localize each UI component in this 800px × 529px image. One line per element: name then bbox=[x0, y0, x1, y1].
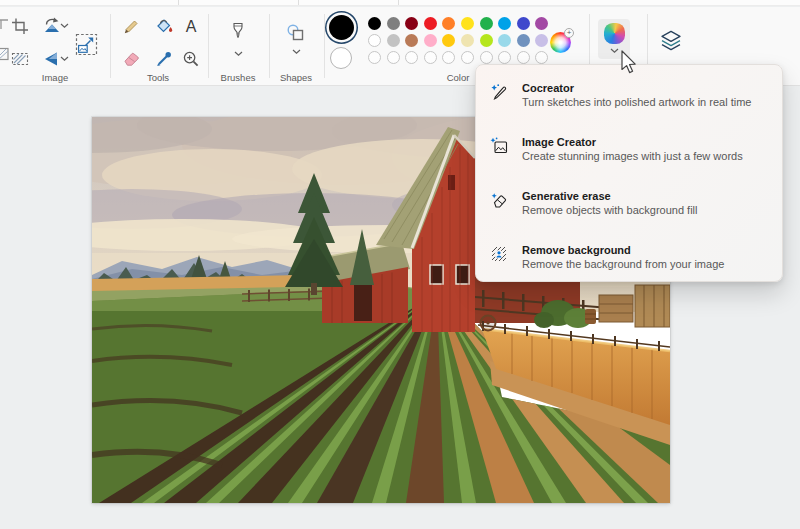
palette-empty-slot[interactable] bbox=[480, 51, 493, 64]
palette-color-swatch[interactable] bbox=[517, 34, 530, 47]
window-top-strip bbox=[0, 0, 800, 6]
color2-swatch[interactable] bbox=[330, 47, 352, 69]
tab-edge bbox=[298, 0, 299, 5]
menu-item-title: Image Creator bbox=[522, 135, 743, 149]
remove-background-icon bbox=[490, 245, 509, 264]
image-group-label: Image bbox=[15, 72, 95, 84]
separator bbox=[324, 14, 325, 78]
resize-button[interactable] bbox=[73, 31, 100, 58]
palette-empty-slot[interactable] bbox=[368, 51, 381, 64]
palette-color-swatch[interactable] bbox=[405, 34, 418, 47]
palette-color-swatch[interactable] bbox=[405, 17, 418, 30]
fill-button[interactable] bbox=[152, 14, 176, 38]
palette-empty-slot[interactable] bbox=[535, 51, 548, 64]
chevron-down-icon bbox=[610, 48, 619, 54]
menu-item-title: Cocreator bbox=[522, 81, 751, 95]
menu-item-description: Remove the background from your image bbox=[522, 257, 724, 271]
paint-window: Image A bbox=[0, 0, 800, 529]
layers-icon bbox=[659, 28, 683, 52]
chevron-down-icon bbox=[234, 51, 243, 57]
pencil-button[interactable] bbox=[120, 14, 144, 38]
palette-empty-slot[interactable] bbox=[461, 51, 474, 64]
separator bbox=[269, 14, 270, 78]
color-picker-button[interactable] bbox=[152, 47, 176, 71]
tab-edge bbox=[178, 0, 179, 5]
palette-color-swatch[interactable] bbox=[387, 34, 400, 47]
palette-color-swatch[interactable] bbox=[517, 17, 530, 30]
flip-icon bbox=[42, 49, 62, 69]
text-tool-button[interactable]: A bbox=[179, 14, 203, 38]
chevron-down-icon bbox=[292, 49, 301, 55]
cocreator-icon bbox=[490, 83, 509, 102]
eyedropper-icon bbox=[154, 49, 174, 69]
menu-item-title: Remove background bbox=[522, 243, 724, 257]
palette-empty-slot[interactable] bbox=[442, 51, 455, 64]
crop-icon bbox=[10, 16, 30, 36]
palette-color-swatch[interactable] bbox=[498, 34, 511, 47]
eraser-button[interactable] bbox=[120, 47, 144, 71]
palette-color-swatch[interactable] bbox=[461, 34, 474, 47]
chevron-down-icon bbox=[60, 23, 69, 29]
crop-button[interactable] bbox=[8, 14, 32, 38]
menu-item-description: Remove objects with background fill bbox=[522, 203, 697, 217]
brushes-button[interactable] bbox=[222, 14, 254, 64]
rotate-button[interactable] bbox=[36, 14, 68, 38]
resize-icon bbox=[75, 33, 98, 56]
separator bbox=[110, 14, 111, 78]
magnifier-button[interactable] bbox=[179, 47, 203, 71]
rotate-icon bbox=[42, 16, 62, 36]
menu-item-cocreator[interactable]: Cocreator Turn sketches into polished ar… bbox=[476, 77, 782, 129]
menu-item-remove-background[interactable]: Remove background Remove the background … bbox=[476, 239, 782, 291]
separator bbox=[208, 14, 209, 78]
menu-item-image-creator[interactable]: Image Creator Create stunning images wit… bbox=[476, 131, 782, 183]
copilot-icon bbox=[604, 23, 625, 44]
palette-empty-slot[interactable] bbox=[517, 51, 530, 64]
selection-icon bbox=[10, 49, 30, 69]
palette-empty-slot[interactable] bbox=[498, 51, 511, 64]
color1-swatch[interactable] bbox=[329, 15, 354, 40]
palette-color-swatch[interactable] bbox=[498, 17, 511, 30]
palette-color-swatch[interactable] bbox=[424, 34, 437, 47]
palette-color-swatch[interactable] bbox=[368, 34, 381, 47]
fill-bucket-icon bbox=[154, 16, 174, 36]
palette-color-swatch[interactable] bbox=[480, 34, 493, 47]
menu-item-description: Create stunning images with just a few w… bbox=[522, 149, 743, 163]
palette-color-swatch[interactable] bbox=[424, 17, 437, 30]
menu-item-title: Generative erase bbox=[522, 189, 697, 203]
select-button[interactable] bbox=[8, 47, 32, 71]
copilot-dropdown-menu: Cocreator Turn sketches into polished ar… bbox=[475, 64, 783, 282]
palette-color-swatch[interactable] bbox=[368, 17, 381, 30]
palette-empty-slot[interactable] bbox=[387, 51, 400, 64]
flip-button[interactable] bbox=[36, 47, 68, 71]
palette-color-swatch[interactable] bbox=[480, 17, 493, 30]
brush-icon bbox=[228, 21, 248, 45]
menu-item-description: Turn sketches into polished artwork in r… bbox=[522, 95, 751, 109]
shapes-icon bbox=[286, 23, 306, 43]
magnifier-icon bbox=[181, 49, 201, 69]
palette-color-swatch[interactable] bbox=[442, 34, 455, 47]
palette-color-swatch[interactable] bbox=[535, 34, 548, 47]
palette-empty-slot[interactable] bbox=[424, 51, 437, 64]
shapes-button[interactable] bbox=[280, 14, 312, 64]
palette-color-swatch[interactable] bbox=[387, 17, 400, 30]
text-glyph: A bbox=[186, 18, 197, 35]
tools-group-label: Tools bbox=[118, 72, 198, 84]
tab-edge bbox=[398, 0, 399, 5]
mouse-cursor bbox=[620, 50, 640, 76]
generative-erase-icon bbox=[490, 191, 509, 210]
palette-color-swatch[interactable] bbox=[535, 17, 548, 30]
edit-colors-plus-icon: + bbox=[564, 28, 574, 38]
eraser-icon bbox=[122, 49, 142, 69]
text-tool-icon: A bbox=[181, 16, 201, 36]
layers-button[interactable] bbox=[657, 26, 685, 54]
palette-empty-slot[interactable] bbox=[405, 51, 418, 64]
pencil-icon bbox=[122, 16, 142, 36]
image-creator-icon bbox=[490, 137, 509, 156]
menu-item-generative-erase[interactable]: Generative erase Remove objects with bac… bbox=[476, 185, 782, 237]
chevron-down-icon bbox=[60, 56, 69, 62]
palette-color-swatch[interactable] bbox=[461, 17, 474, 30]
palette-color-swatch[interactable] bbox=[442, 17, 455, 30]
